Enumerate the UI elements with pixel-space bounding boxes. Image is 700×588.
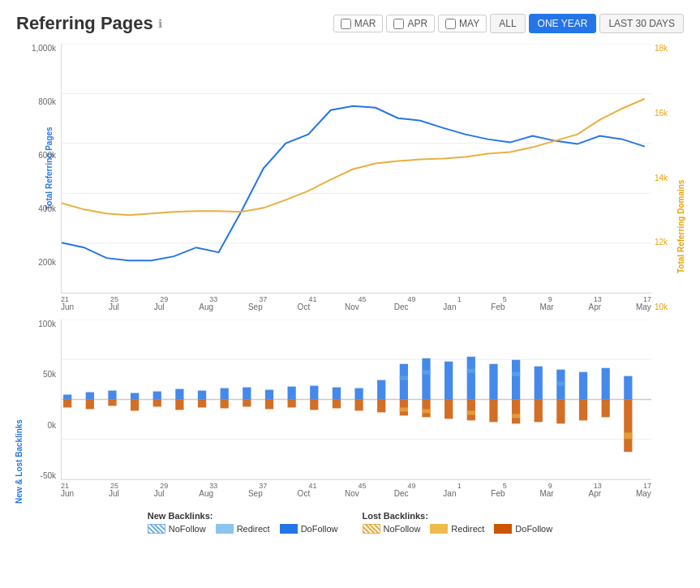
legend-nofollow-lost: NoFollow [363,524,421,534]
legend-nofollow-new-label: NoFollow [169,524,206,534]
swatch-redirect-lost [430,524,448,534]
checkbox-may[interactable] [445,19,456,29]
svg-rect-52 [512,360,520,400]
btn-last-30[interactable]: LAST 30 DAYS [599,14,684,33]
legend-dofollow-lost-label: DoFollow [515,524,552,534]
svg-rect-71 [467,410,475,414]
svg-rect-60 [602,368,610,400]
info-icon[interactable]: ℹ [158,17,162,30]
svg-rect-67 [512,372,520,376]
bottom-x-axis-months: Jun Jul Jul Aug Sep Oct Nov Dec Jan Feb … [61,489,651,498]
legend-new-backlinks: New Backlinks: NoFollow Redirect DoFollo… [148,511,338,534]
btn-one-year[interactable]: ONE YEAR [529,14,597,33]
swatch-redirect-new [216,524,234,534]
svg-rect-51 [489,400,497,423]
bottom-chart-area [61,320,651,480]
svg-rect-59 [579,400,587,421]
y-tick: 400k [38,204,56,213]
top-chart-area [61,44,651,294]
x-axis-months: Jun Jul Jul Aug Sep Oct Nov Dec Jan Feb … [61,303,651,311]
svg-rect-25 [198,400,206,408]
bottom-chart: 100k 50k 0k -50k New & Lost Backlinks [16,320,684,498]
svg-rect-46 [444,362,453,400]
svg-rect-49 [467,400,475,421]
svg-rect-31 [265,400,273,410]
svg-rect-23 [175,400,183,410]
filter-may[interactable]: MAY [438,15,487,32]
svg-rect-40 [377,380,385,400]
svg-rect-54 [535,367,543,400]
svg-rect-36 [333,388,341,400]
svg-rect-12 [63,395,71,400]
top-chart: Total Referring Pages 1,000k 800k 600k 4… [16,44,684,311]
svg-rect-61 [602,400,610,418]
svg-rect-63 [624,400,632,453]
svg-rect-15 [86,400,94,410]
svg-rect-47 [444,400,453,419]
svg-rect-37 [333,400,341,409]
svg-rect-39 [354,400,363,411]
time-controls: MAR APR MAY ALL ONE YEAR LAST 30 DAYS [333,14,684,33]
legend-new-title: New Backlinks: [148,511,213,521]
swatch-nofollow-new [148,524,165,534]
y-tick-right: 12k [655,238,668,247]
svg-rect-66 [467,369,475,373]
svg-rect-38 [354,388,363,400]
svg-rect-13 [63,400,71,408]
svg-rect-68 [556,382,565,386]
y-tick-right: 10k [655,303,668,311]
page-title: Referring Pages [16,13,153,34]
legend-lost-title: Lost Backlinks: [363,511,428,521]
svg-rect-57 [556,400,565,424]
svg-rect-42 [400,364,408,400]
svg-rect-65 [422,371,430,375]
y-tick-right: 16k [655,109,668,118]
y-axis-left: 1,000k 800k 600k 400k 200k [16,44,61,311]
y-tick: 800k [38,97,56,106]
legend-nofollow-new: NoFollow [148,524,206,534]
legend-redirect-lost: Redirect [430,524,484,534]
checkbox-apr[interactable] [393,19,404,29]
y-axis-right-label: Total Referring Domains [676,178,685,275]
svg-rect-72 [512,414,520,418]
svg-rect-14 [86,393,94,400]
swatch-dofollow-new [280,524,298,534]
svg-rect-18 [131,393,139,400]
checkbox-mar[interactable] [341,19,351,29]
svg-rect-21 [153,400,161,407]
legend-dofollow-lost: DoFollow [494,524,552,534]
svg-rect-70 [422,409,430,413]
y-tick-right: 14k [655,174,668,182]
svg-rect-26 [221,388,229,400]
svg-rect-30 [265,390,273,400]
legend-nofollow-lost-label: NoFollow [384,524,421,534]
legend-dofollow-new: DoFollow [280,524,338,534]
svg-rect-20 [153,392,161,400]
y-tick: 200k [38,258,56,267]
svg-rect-16 [108,391,116,400]
filter-apr[interactable]: APR [386,15,435,32]
title-area: Referring Pages ℹ [16,13,162,34]
chart-legend: New Backlinks: NoFollow Redirect DoFollo… [16,511,684,534]
svg-rect-64 [400,376,408,380]
y-tick: 600k [38,151,56,160]
y-tick: 1,000k [32,44,56,53]
svg-rect-35 [310,400,318,410]
legend-redirect-lost-label: Redirect [451,524,484,534]
svg-rect-17 [108,400,116,406]
svg-rect-33 [288,400,296,408]
swatch-nofollow-lost [363,524,380,534]
svg-rect-44 [422,358,430,400]
svg-rect-45 [422,400,430,418]
filter-mar[interactable]: MAR [333,15,384,32]
svg-rect-73 [624,432,632,439]
svg-rect-53 [512,400,520,424]
btn-all[interactable]: ALL [490,14,525,33]
swatch-dofollow-lost [494,524,512,534]
svg-rect-48 [467,357,475,400]
legend-redirect-new: Redirect [216,524,270,534]
svg-rect-22 [175,389,183,400]
svg-rect-19 [131,400,139,411]
legend-lost-items: NoFollow Redirect DoFollow [363,524,553,534]
y-tick-right: 18k [655,44,668,53]
